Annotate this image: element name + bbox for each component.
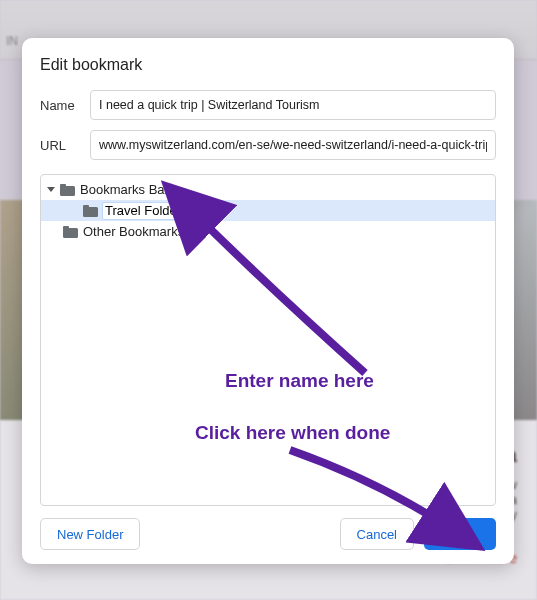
url-row: URL — [40, 130, 496, 160]
folder-icon — [63, 226, 78, 238]
chevron-down-icon[interactable] — [47, 187, 55, 192]
tree-item-bookmarks-bar[interactable]: Bookmarks Bar — [41, 179, 495, 200]
name-input[interactable] — [90, 90, 496, 120]
dialog-title: Edit bookmark — [40, 56, 496, 74]
url-label: URL — [40, 138, 90, 153]
name-label: Name — [40, 98, 90, 113]
folder-tree[interactable]: Bookmarks Bar Other Bookmarks — [40, 174, 496, 506]
tree-label-other-bookmarks: Other Bookmarks — [83, 224, 184, 239]
new-folder-button[interactable]: New Folder — [40, 518, 140, 550]
tree-item-new-folder[interactable] — [41, 200, 495, 221]
tree-label-bookmarks-bar: Bookmarks Bar — [80, 182, 169, 197]
save-button[interactable]: Save — [424, 518, 496, 550]
folder-icon — [83, 205, 98, 217]
url-input[interactable] — [90, 130, 496, 160]
tree-item-other-bookmarks[interactable]: Other Bookmarks — [41, 221, 495, 242]
cancel-button[interactable]: Cancel — [340, 518, 414, 550]
folder-icon — [60, 184, 75, 196]
edit-bookmark-dialog: Edit bookmark Name URL Bookmarks Bar Oth… — [22, 38, 514, 564]
new-folder-name-input[interactable] — [102, 202, 197, 220]
name-row: Name — [40, 90, 496, 120]
dialog-footer: New Folder Cancel Save — [40, 518, 496, 550]
